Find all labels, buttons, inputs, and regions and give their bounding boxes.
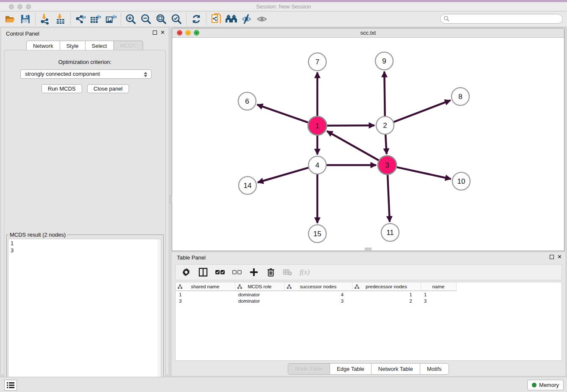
memory-button[interactable]: Memory	[527, 380, 564, 390]
export-image-icon[interactable]	[103, 12, 118, 26]
col-shared-name[interactable]: shared name	[176, 282, 235, 291]
table-cell[interactable]: 1	[421, 291, 456, 298]
table-cell[interactable]: 2	[352, 298, 421, 304]
table-cell[interactable]: 4	[284, 291, 352, 298]
table-cell[interactable]: 3	[284, 298, 352, 304]
graph-edge-3-1[interactable]	[327, 131, 379, 160]
table-cell[interactable]: 3	[176, 298, 235, 304]
first-neighbors-icon[interactable]	[224, 12, 239, 26]
col-predecessor-nodes[interactable]: predecessor nodes	[352, 282, 421, 291]
zoom-selected-icon[interactable]	[169, 12, 184, 26]
graph-node-9[interactable]: 9	[375, 52, 393, 70]
table-cell[interactable]: dominator	[235, 291, 284, 298]
table-cell[interactable]: 3	[421, 298, 456, 304]
graph-node-3[interactable]: 3	[378, 156, 396, 174]
graph-node-8[interactable]: 8	[451, 88, 469, 105]
network-canvas[interactable]: 7968124314101511	[172, 38, 564, 251]
graph-edge-3-11[interactable]	[388, 175, 390, 222]
graph-node-4[interactable]: 4	[308, 156, 326, 174]
svg-text:7: 7	[315, 58, 319, 66]
column-type-icon	[178, 284, 182, 290]
zoom-fit-icon[interactable]	[154, 12, 169, 26]
graph-edge-2-9[interactable]	[384, 72, 385, 116]
mcds-tab-content: Optimization criterion: strongly connect…	[4, 50, 166, 392]
table-row[interactable]: 1dominator411	[176, 291, 456, 298]
float-panel-icon[interactable]	[550, 255, 554, 259]
graph-node-11[interactable]: 11	[381, 224, 399, 241]
graph-edge-4-14[interactable]	[258, 168, 308, 182]
graph-node-15[interactable]: 15	[308, 225, 326, 243]
table-panel: Table Panel ✕ f(x)	[172, 252, 565, 376]
delete-column-icon[interactable]	[265, 267, 276, 278]
close-panel-icon[interactable]: ✕	[557, 255, 562, 259]
control-panel-header: Control Panel ✕	[1, 28, 168, 39]
graph-edge-2-8[interactable]	[394, 100, 451, 122]
memory-label: Memory	[539, 382, 559, 388]
network-close-icon[interactable]: ✕	[177, 30, 182, 36]
criterion-select[interactable]: strongly connected component	[20, 69, 151, 79]
table-cell[interactable]: 1	[176, 291, 235, 298]
add-column-icon[interactable]	[248, 267, 259, 278]
mcds-result-textarea[interactable]: 1 3	[8, 239, 161, 392]
zoom-window-icon[interactable]	[26, 4, 31, 9]
result-scrollbar[interactable]	[157, 239, 161, 392]
float-panel-icon[interactable]	[153, 30, 157, 35]
export-table-icon[interactable]	[88, 12, 103, 26]
horizontal-divider-grip[interactable]	[365, 248, 372, 250]
minimize-window-icon[interactable]	[17, 4, 22, 9]
zoom-out-icon[interactable]	[138, 12, 154, 26]
col-name[interactable]: name	[421, 282, 456, 291]
import-network-icon[interactable]	[38, 12, 53, 26]
vertical-divider-grip[interactable]	[170, 196, 172, 203]
table-panel-header: Table Panel ✕	[172, 252, 565, 262]
tab-network-table[interactable]: Network Table	[371, 363, 420, 375]
table-row[interactable]: 3dominator323	[176, 298, 456, 304]
graph-edge-2-3[interactable]	[385, 135, 386, 154]
graph-node-1[interactable]: 1	[308, 116, 327, 135]
graph-edge-1-2[interactable]	[327, 125, 374, 126]
svg-text:4: 4	[315, 161, 319, 169]
graph-node-7[interactable]: 7	[308, 53, 326, 71]
export-network-icon[interactable]	[73, 12, 88, 26]
run-mcds-button[interactable]: Run MCDS	[41, 84, 82, 93]
graph-node-2[interactable]: 2	[376, 116, 394, 134]
deselect-all-icon[interactable]	[231, 267, 242, 278]
network-minimize-icon[interactable]: −	[185, 30, 191, 36]
table-panel-title: Table Panel	[172, 252, 565, 261]
table-cell[interactable]: dominator	[235, 298, 284, 304]
new-network-from-selection-icon[interactable]	[209, 12, 224, 26]
tab-node-table[interactable]: Node Table	[288, 363, 330, 375]
table-options-gear-icon[interactable]	[181, 267, 192, 278]
column-selector-icon[interactable]	[198, 267, 209, 278]
tab-motifs[interactable]: Motifs	[420, 363, 449, 375]
svg-text:3: 3	[385, 161, 389, 169]
hide-selected-icon[interactable]	[239, 12, 254, 26]
svg-text:15: 15	[314, 230, 322, 238]
close-window-icon[interactable]	[9, 4, 14, 9]
table-cell[interactable]: 1	[352, 291, 421, 298]
graph-node-10[interactable]: 10	[452, 172, 470, 190]
close-panel-button[interactable]: Close panel	[87, 84, 129, 93]
save-session-icon[interactable]	[18, 12, 33, 26]
mcds-result-title: MCDS result (2 nodes)	[8, 232, 67, 238]
close-panel-icon[interactable]: ✕	[160, 30, 165, 35]
tab-edge-table[interactable]: Edge Table	[330, 363, 372, 375]
mcds-result-box: MCDS result (2 nodes) 1 3	[6, 232, 164, 392]
show-all-icon[interactable]	[254, 12, 270, 26]
col-mcds-role[interactable]: MCDS role	[235, 282, 284, 291]
import-table-icon[interactable]	[53, 12, 68, 26]
network-maximize-icon[interactable]: +	[194, 30, 199, 36]
control-panel: Control Panel ✕ Network Style Select MCD…	[1, 28, 168, 374]
graph-node-6[interactable]: 6	[238, 92, 256, 110]
open-file-icon[interactable]	[3, 12, 18, 26]
graph-node-14[interactable]: 14	[239, 177, 256, 194]
zoom-in-icon[interactable]	[123, 12, 138, 26]
select-all-icon[interactable]	[215, 267, 226, 278]
apply-layout-icon[interactable]	[189, 12, 204, 26]
graph-edge-1-6[interactable]	[257, 105, 308, 122]
col-successor-nodes[interactable]: successor nodes	[284, 282, 352, 291]
graph-edge-3-10[interactable]	[396, 167, 451, 179]
search-input[interactable]	[440, 14, 563, 24]
task-history-button[interactable]	[4, 380, 17, 391]
toolbar-separator	[35, 13, 36, 25]
